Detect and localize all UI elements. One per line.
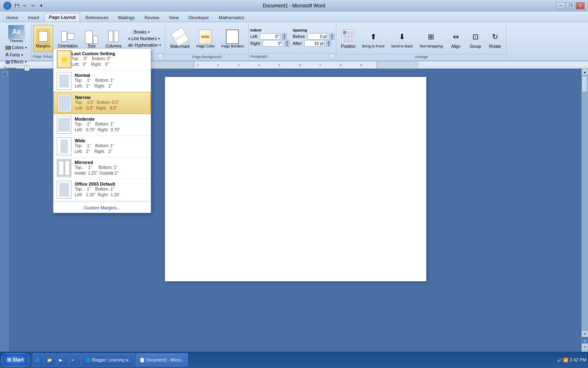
spacing-before-spinner[interactable]: ▲ ▼ [330,33,334,40]
ruler-svg: 1 2 3 4 5 6 7 8 9 [153,61,419,69]
text-wrapping-button[interactable]: ⊞ Text Wrapping [416,25,445,52]
spacing-before-up[interactable]: ▲ [330,33,334,36]
svg-text:9: 9 [360,63,362,67]
send-to-back-button[interactable]: ⬇ Send to Back [388,25,416,52]
svg-text:6: 6 [299,63,301,67]
paragraph-expand[interactable]: ↗ [330,54,334,59]
tab-developer[interactable]: Developer [184,13,214,22]
spacing-label: Spacing [293,28,334,32]
tab-home[interactable]: Home [2,13,22,22]
quick-access-more[interactable]: ▼ [38,2,45,9]
spacing-before-input[interactable] [307,33,328,40]
undo-button[interactable]: ↩ [21,2,29,9]
colors-arrow: ▼ [24,46,27,49]
spacing-after-spinner[interactable]: ▲ ▼ [326,40,331,47]
save-button[interactable]: 💾 [13,2,20,9]
redo-button[interactable]: ↪ [29,2,37,9]
restore-button[interactable]: ❒ [566,2,575,9]
page-background-label: Page Background [167,54,247,59]
hyphenation-button[interactable]: ab- Hyphenation ▼ [126,42,164,48]
margin-item-moderate[interactable]: Moderate Top: 1" Bottom: 1"Left: 0.75" R… [53,114,151,136]
fonts-button[interactable]: A Fonts ▼ [3,51,29,58]
svg-text:3: 3 [238,63,240,67]
taskbar-right: 🔊 📶 2:42 PM [557,357,586,362]
page-borders-button[interactable]: Page Borders [218,25,247,52]
arrange-content: Position ⬆ Bring to Front ⬇ Send to Back… [338,24,504,54]
scroll-next-page[interactable]: ⊙ [581,343,588,350]
taskbar-more[interactable]: » [69,353,81,366]
margin-item-wide[interactable]: Wide Top: 1" Bottom: 1"Left: 2" Right: 2… [53,136,151,157]
page-borders-icon [226,29,239,44]
taskbar-media[interactable]: ▶ [57,353,69,366]
scrollbar-track[interactable] [581,75,588,330]
taskbar-ie[interactable]: 🌐 [33,353,44,366]
margins-button[interactable]: Margins [33,25,53,52]
svg-text:5: 5 [278,63,281,67]
themes-expand[interactable]: ↗ [24,66,29,71]
tab-insert[interactable]: Insert [23,13,44,22]
taskbar-blogger[interactable]: 🌐 Blogger: Learning w... [82,353,135,366]
margin-item-normal[interactable]: Normal Top: 1" Bottom: 1"Left: 1" Right:… [53,70,151,92]
indent-left-down[interactable]: ▼ [282,36,287,40]
margin-item-mirrored[interactable]: Mirrored Top: 1" Bottom: 1"Inside: 1.25"… [53,157,151,179]
indent-left-input[interactable] [260,33,280,40]
tab-page-layout[interactable]: Page Layout [45,13,80,22]
colors-button[interactable]: Colors ▼ [3,45,29,51]
margin-info-narrow: Narrow Top: 0.5" Bottom: 0.5"Left: 0.5" … [75,95,119,111]
indent-left-row: Left: ▲ ▼ [250,33,290,40]
indent-right-down[interactable]: ▼ [285,43,290,47]
margin-item-last-custom[interactable]: ⭐ Last Custom Setting Top: 0" Bottom: 0"… [53,49,151,70]
margin-info-moderate: Moderate Top: 1" Bottom: 1"Left: 0.75" R… [75,117,120,133]
minimize-button[interactable]: ─ [556,2,565,9]
themes-group: Aa Themes Colors ▼ A Fonts ▼ Effects ▼ [2,23,31,60]
tab-review[interactable]: Review [140,13,164,22]
scrollbar-thumb[interactable] [582,76,588,92]
margin-preview-mirrored [57,159,71,177]
scroll-prev-page[interactable]: ⊙ [581,330,588,337]
tab-mailings[interactable]: Mailings [114,13,139,22]
page-color-button[interactable]: Page Color [194,25,218,52]
indent-right-spinner[interactable]: ▲ ▼ [285,40,290,47]
group-button[interactable]: ⊡ Group [466,25,485,52]
tab-mathematics[interactable]: Mathematics [214,13,249,22]
spacing-after-up[interactable]: ▲ [326,40,331,43]
margin-info-last-custom: Last Custom Setting Top: 0" Bottom: 0"Le… [71,51,115,67]
indent-right-input[interactable] [263,40,283,47]
svg-rect-1 [153,61,194,69]
spacing-after-input[interactable] [304,40,325,47]
indent-left-up[interactable]: ▲ [282,33,287,36]
margin-preview-last-custom: ⭐ [57,50,71,68]
start-button[interactable]: ⊞ Start [2,353,29,366]
margin-item-office2003[interactable]: Office 2003 Default Top: 1" Bottom: 1"Le… [53,179,151,201]
clock: 2:42 PM [570,357,586,362]
breaks-button[interactable]: ⬜ Breaks ▼ [126,29,164,35]
watermark-button[interactable]: DRAFT Watermark [167,25,193,52]
themes-button[interactable]: Aa Themes [3,24,29,44]
effects-button[interactable]: Effects ▼ [3,59,29,65]
rotate-button[interactable]: ↻ Rotate [486,25,504,52]
position-button[interactable]: Position [338,25,359,52]
page-setup-expand[interactable]: ↗ [158,54,163,59]
tab-view[interactable]: View [165,13,183,22]
bring-to-front-button[interactable]: ⬆ Bring to Front [359,25,388,52]
spacing-after-down[interactable]: ▼ [326,43,331,47]
tab-references[interactable]: References [81,13,113,22]
indent-right-up[interactable]: ▲ [285,40,290,43]
taskbar-folder[interactable]: 📁 [45,353,56,366]
paragraph-group: Indent Left: ▲ ▼ Right: ▲ [249,23,336,60]
indent-left-spinner[interactable]: ▲ ▼ [282,33,287,40]
taskbar-word[interactable]: 📄 Document1 - Micro... [136,353,188,366]
line-numbers-button[interactable]: ≡ Line Numbers ▼ [126,36,164,42]
scroll-up[interactable]: ▲ [581,69,588,75]
taskbar-quick-launch: 🌐 📁 ▶ » [33,353,81,366]
margin-item-narrow[interactable]: Narrow Top: 0.5" Bottom: 0.5"Left: 0.5" … [53,92,151,114]
line-numbers-icon: ≡ [128,36,131,41]
align-button[interactable]: ⇔ Align [446,25,465,52]
custom-margins-button[interactable]: Custom Margins... [53,203,151,213]
ruler-toggle[interactable]: ◫ [1,70,9,78]
scroll-select[interactable]: ◎ [581,337,588,343]
page-background-group: DRAFT Watermark Page Color Page Borders … [165,23,249,60]
spacing-before-down[interactable]: ▼ [330,36,334,40]
close-button[interactable]: ✕ [576,2,585,9]
themes-content: Aa Themes Colors ▼ A Fonts ▼ Effects ▼ [3,24,29,65]
